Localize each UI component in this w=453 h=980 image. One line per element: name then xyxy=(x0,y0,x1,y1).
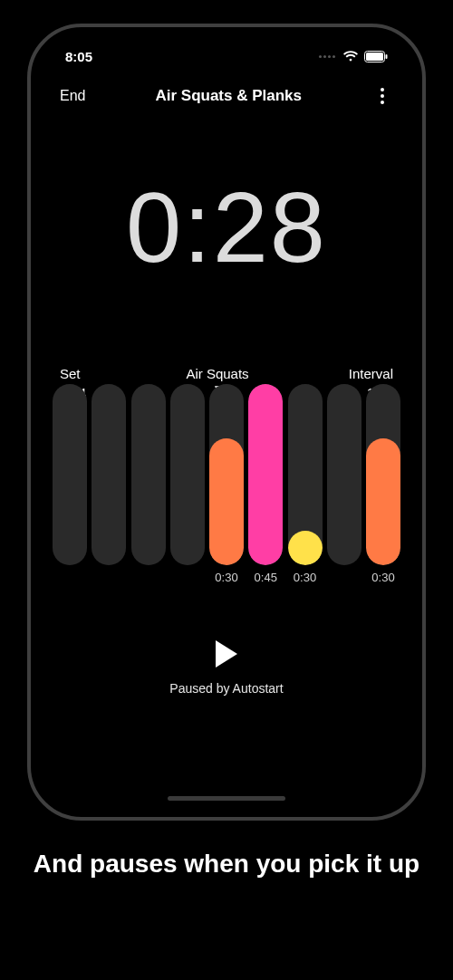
nav-header: End Air Squats & Planks xyxy=(40,76,413,112)
more-options-button[interactable] xyxy=(371,85,393,107)
status-bar: 8:05 xyxy=(40,36,413,76)
bar-fill xyxy=(248,384,283,565)
bar-label: 0:45 xyxy=(255,571,277,587)
play-button[interactable] xyxy=(208,636,245,672)
bar-fill xyxy=(366,438,400,565)
bar-label: 0:30 xyxy=(215,571,237,587)
interval-bar[interactable]: 0:45 xyxy=(248,384,283,587)
page-title: Air Squats & Planks xyxy=(155,87,302,105)
interval-bar[interactable] xyxy=(170,384,205,587)
interval-bar[interactable]: 0:30 xyxy=(366,384,400,587)
battery-icon xyxy=(364,51,388,62)
home-indicator xyxy=(168,796,285,801)
bar-track xyxy=(366,384,400,565)
wifi-icon xyxy=(342,50,359,62)
marketing-caption: And pauses when you pick it up xyxy=(18,848,435,879)
screen: 8:05 End Air Squats & Planks xyxy=(40,36,413,808)
timer-display: 0:28 xyxy=(40,178,413,277)
interval-bar[interactable] xyxy=(327,384,361,587)
page-dots-icon xyxy=(319,55,335,58)
svg-rect-2 xyxy=(386,54,388,59)
bar-label: 0:30 xyxy=(294,571,316,587)
exercise-name: Air Squats xyxy=(186,366,248,381)
interval-chart: 0:300:450:300:30 xyxy=(40,400,413,587)
status-indicators xyxy=(319,50,388,62)
bar-fill xyxy=(288,531,323,565)
interval-bar[interactable]: 0:30 xyxy=(209,384,244,587)
interval-bar[interactable]: 0:30 xyxy=(288,384,323,587)
bar-track xyxy=(170,384,205,565)
interval-bar[interactable] xyxy=(92,384,126,587)
status-time: 8:05 xyxy=(65,49,92,64)
end-button[interactable]: End xyxy=(60,88,85,104)
more-vertical-icon xyxy=(381,88,384,91)
play-area: Paused by Autostart xyxy=(40,636,413,696)
bar-track xyxy=(92,384,126,565)
set-label: Set xyxy=(60,366,86,381)
bar-label: 0:30 xyxy=(371,571,394,587)
interval-bar[interactable] xyxy=(53,384,87,587)
phone-frame: 8:05 End Air Squats & Planks xyxy=(27,24,426,821)
bar-track xyxy=(131,384,166,565)
interval-label: Interval xyxy=(349,366,393,381)
pause-status-text: Paused by Autostart xyxy=(169,681,283,696)
bar-track xyxy=(327,384,361,565)
bar-track xyxy=(288,384,323,565)
svg-rect-1 xyxy=(366,53,383,61)
bar-track xyxy=(248,384,283,565)
bar-fill xyxy=(209,438,244,565)
play-icon xyxy=(213,639,240,669)
bar-track xyxy=(209,384,244,565)
interval-bar[interactable] xyxy=(131,384,166,587)
bar-track xyxy=(53,384,87,565)
